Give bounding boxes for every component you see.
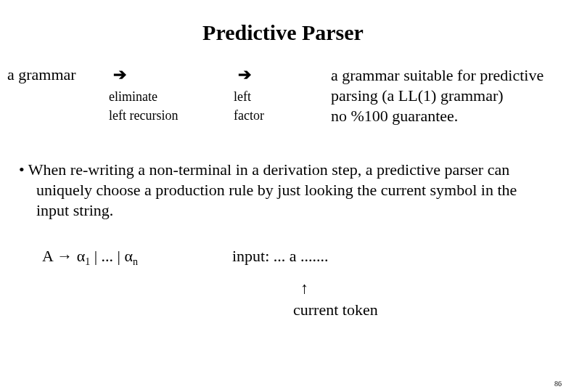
- page-title: Predictive Parser: [0, 0, 566, 45]
- rule-mid: | ... |: [90, 247, 124, 265]
- step1-line1: eliminate: [109, 87, 178, 106]
- rule-expression: A → α1 | ... | αn: [42, 247, 138, 268]
- grammar-label-left: a grammar: [7, 65, 76, 84]
- page-number: 86: [554, 380, 562, 388]
- input-string: input: ... a .......: [232, 247, 329, 266]
- step2-line1: left: [234, 87, 264, 106]
- arrow-icon: ➔: [113, 65, 126, 84]
- step2-line2: factor: [234, 106, 264, 125]
- step1-line2: left recursion: [109, 106, 178, 125]
- transformation-diagram: a grammar ➔ eliminate left recursion ➔ l…: [0, 65, 566, 138]
- grammar-label-right: a grammar suitable for predictive parsin…: [331, 65, 544, 126]
- rule-alphan: α: [125, 247, 134, 265]
- bullet-text: • When re-writing a non-terminal in a de…: [0, 160, 566, 221]
- rule-alpha1: α: [77, 247, 86, 265]
- right-line1: a grammar suitable for predictive: [331, 65, 544, 86]
- rule-arrow: →: [57, 247, 73, 265]
- rule-lhs: A: [42, 247, 53, 265]
- step-left-factor: left factor: [234, 87, 264, 125]
- production-rule: A → α1 | ... | αn input: ... a .......: [0, 247, 566, 269]
- right-line2: parsing (a LL(1) grammar): [331, 86, 544, 106]
- slide: Predictive Parser a grammar ➔ eliminate …: [0, 0, 566, 392]
- arrow-up-icon: ↑: [300, 282, 308, 295]
- step-eliminate: eliminate left recursion: [109, 87, 178, 125]
- rule-subn: n: [133, 256, 138, 267]
- arrow-icon: ➔: [238, 65, 251, 84]
- current-token-label: current token: [293, 301, 378, 319]
- right-line3: no %100 guarantee.: [331, 106, 544, 126]
